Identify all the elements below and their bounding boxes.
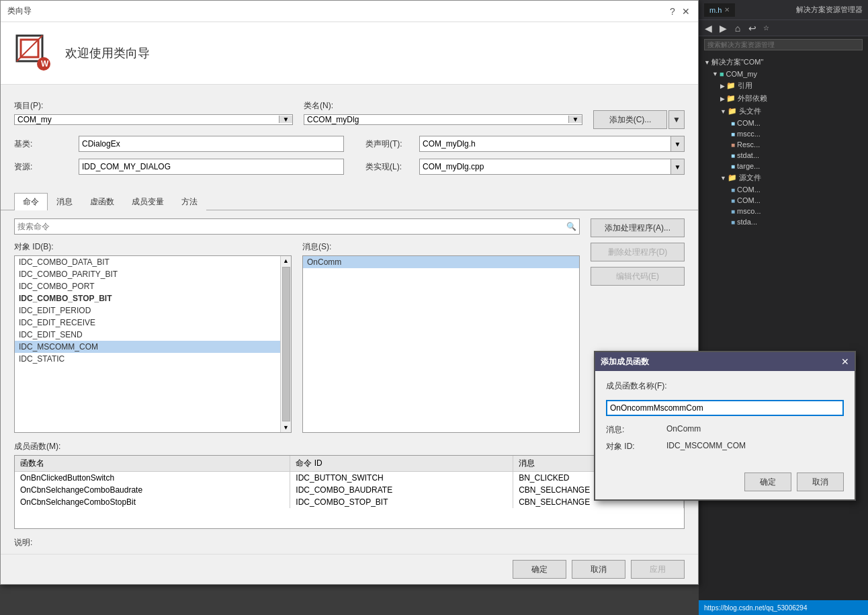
base-class-input[interactable] [79,136,344,152]
tree-item-headers[interactable]: ▼ 📁 头文件 [699,105,868,118]
list-item-idc-combo-data-bit[interactable]: IDC_COMBO_DATA_BIT [15,256,280,268]
svg-text:W: W [41,59,49,69]
add-handler-btn[interactable]: 添加处理程序(A)... [591,218,685,237]
ide-search-input[interactable] [704,39,863,50]
cell-id-2: IDC_COMBO_BAUDRATE [290,484,513,496]
tree-item-solution[interactable]: ▼ 解决方案"COM" [699,56,868,69]
base-class-label: 基类: [14,138,68,150]
tree-item-mscc-h[interactable]: ■ mscc... [699,128,868,139]
tab-virtual-funcs[interactable]: 虚函数 [81,193,123,210]
tree-item-project[interactable]: ▼ ■ COM_my [699,69,868,79]
project-combo[interactable]: ▼ [14,114,293,125]
tree-item-ext-deps[interactable]: ▶ 📁 外部依赖 [699,92,868,105]
list-item-idc-edit-receive[interactable]: IDC_EDIT_RECEIVE [15,317,280,329]
folder-icon: 📁 [726,81,736,90]
list-item-idc-combo-parity-bit[interactable]: IDC_COMBO_PARITY_BIT [15,268,280,280]
sub-object-id-label: 对象 ID: [606,441,666,452]
home-btn[interactable]: ⌂ [731,22,744,35]
classname-input[interactable] [304,115,568,124]
apply-button[interactable]: 应用 [631,560,685,579]
class-decl-combo[interactable]: ▼ [419,136,685,152]
list-item-idc-combo-port[interactable]: IDC_COMBO_PORT [15,280,280,292]
classname-combo-btn[interactable]: ▼ [568,116,582,123]
list-item-idc-static[interactable]: IDC_STATIC [15,353,280,365]
class-decl-label: 类声明(T): [355,138,408,150]
add-class-dropdown-btn[interactable]: ▼ [668,110,685,129]
edit-code-btn[interactable]: 编辑代码(E) [591,267,685,286]
tree-item-msco-cpp[interactable]: ■ msco... [699,206,868,216]
back-btn[interactable]: ◀ [701,22,715,35]
cpp-file-icon4: ■ [731,218,735,226]
tree-item-targe-h[interactable]: ■ targe... [699,161,868,171]
class-impl-input[interactable] [420,159,670,174]
tree-item-com-cpp1[interactable]: ■ COM... [699,184,868,195]
list-item-idc-edit-period[interactable]: IDC_EDIT_PERIOD [15,304,280,317]
scroll-up-btn[interactable]: ▲ [281,256,290,265]
scroll-down-btn[interactable]: ▼ [281,423,290,432]
tree-item-stdat-h[interactable]: ■ stdat... [699,150,868,161]
tree-item-refs[interactable]: ▶ 📁 引用 [699,79,868,92]
list-item-idc-edit-send[interactable]: IDC_EDIT_SEND [15,329,280,341]
search-input[interactable] [17,222,566,231]
resource-input[interactable] [79,159,344,175]
ide-tree: ▼ 解决方案"COM" ▼ ■ COM_my ▶ 📁 引用 ▶ 📁 外部依赖 ▼… [699,53,868,230]
add-class-btn[interactable]: 添加类(C)... [593,110,667,129]
class-impl-combo-btn[interactable]: ▼ [670,159,684,174]
wizard-header-title: 欢迎使用类向导 [65,45,150,61]
tab-member-vars[interactable]: 成员变量 [123,193,173,210]
table-row[interactable]: OnCbnSelchangeComboStopBit IDC_COMBO_STO… [15,496,684,508]
message-list: OnComm [303,256,579,432]
tree-item-resc[interactable]: ■ Resc... [699,139,868,150]
tab-commands[interactable]: 命令 [14,193,48,210]
cell-func-2: OnCbnSelchangeComboBaudrate [15,484,290,496]
sub-object-id-value: IDC_MSCOMM_COM [666,441,746,452]
list-item-idc-mscomm-com[interactable]: IDC_MSCOMM_COM [15,341,280,353]
tab-messages[interactable]: 消息 [48,193,81,210]
sub-func-name-input[interactable] [606,400,844,416]
folder-icon4: 📁 [728,173,737,182]
col-func-name: 函数名 [15,456,290,472]
object-id-panel: 对象 ID(B): IDC_COMBO_DATA_BIT IDC_COMBO_P… [14,241,292,433]
list-item-idc-combo-stop-bit[interactable]: IDC_COMBO_STOP_BIT [15,292,280,304]
sub-ok-button[interactable]: 确定 [744,473,791,491]
close-button[interactable]: ✕ [681,6,691,17]
object-id-scrollbar[interactable]: ▲ ▼ [280,256,291,432]
ide-tab[interactable]: m.h ✕ [704,3,735,17]
classname-combo[interactable]: ▼ [304,114,582,125]
help-button[interactable]: ? [667,6,678,17]
tree-item-stda-cpp[interactable]: ■ stda... [699,216,868,227]
table-row[interactable]: OnCbnSelchangeComboBaudrate IDC_COMBO_BA… [15,484,684,496]
refresh-btn[interactable]: ↩ [746,22,759,35]
wizard-form: 项目(P): ▼ 类名(N): ▼ 添加类(C)... ▼ [1,85,698,192]
tree-item-com-h[interactable]: ■ COM... [699,118,868,128]
class-decl-input[interactable] [420,136,670,151]
delete-handler-btn[interactable]: 删除处理程序(D) [591,243,685,261]
arrow-icon3: ▼ [720,108,726,115]
tree-item-com-cpp2[interactable]: ■ COM... [699,195,868,206]
sub-close-button[interactable]: ✕ [841,356,849,367]
class-impl-combo[interactable]: ▼ [419,159,685,175]
ide-url: https://blog.csdn.net/qq_53006294 [704,604,807,612]
cell-id-3: IDC_COMBO_STOP_BIT [290,496,513,508]
forward-btn[interactable]: ▶ [716,22,730,35]
wizard-titlebar: 类向导 ? ✕ [1,1,698,22]
sub-dialog-title: 添加成员函数 [601,356,649,368]
tab-methods[interactable]: 方法 [173,193,206,210]
project-input[interactable] [15,115,279,124]
table-row[interactable]: OnBnClickedButtonSwitch IDC_BUTTON_SWITC… [15,472,684,485]
list-item-oncomm[interactable]: OnComm [303,256,579,268]
scroll-thumb[interactable] [282,267,290,421]
project-combo-btn[interactable]: ▼ [279,116,292,123]
class-decl-combo-btn[interactable]: ▼ [670,136,684,151]
ide-search-bar [699,36,868,53]
cpp-file-icon3: ■ [731,208,735,215]
tree-item-sources[interactable]: ▼ 📁 源文件 [699,171,868,184]
description-section: 说明: [1,534,698,554]
ok-button[interactable]: 确定 [513,560,566,579]
cancel-button[interactable]: 取消 [572,560,625,579]
desc-label: 说明: [14,538,32,547]
tab-close-icon[interactable]: ✕ [724,6,730,13]
ide-extra-icon: ☆ [763,24,769,32]
sub-cancel-button[interactable]: 取消 [797,473,844,491]
col-command-id: 命令 ID [290,456,513,472]
